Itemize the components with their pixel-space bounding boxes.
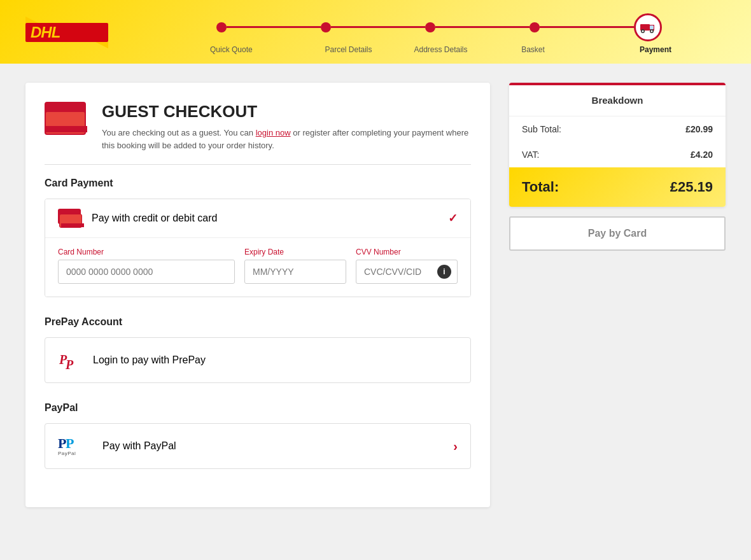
guest-title-area: GUEST CHECKOUT You are checking out as a…	[102, 102, 471, 151]
left-panel: GUEST CHECKOUT You are checking out as a…	[25, 83, 490, 507]
step-label-parcel-details: Parcel Details	[302, 45, 395, 54]
svg-text:P: P	[66, 435, 74, 451]
guest-checkout-header: GUEST CHECKOUT You are checking out as a…	[45, 102, 471, 151]
page-content: GUEST CHECKOUT You are checking out as a…	[0, 64, 751, 526]
card-number-label: Card Number	[58, 248, 235, 256]
expiry-date-input[interactable]	[244, 260, 346, 284]
sub-total-row: Sub Total: £20.99	[509, 116, 726, 142]
paypal-pay-label: Pay with PayPal	[102, 440, 176, 452]
step-line-1	[227, 26, 321, 28]
card-form-row: Card Number Expiry Date CVV Number i	[58, 248, 458, 284]
guest-checkout-description: You are checking out as a guest. You can…	[102, 127, 471, 151]
sub-total-label: Sub Total:	[522, 124, 561, 134]
guest-checkout-title: GUEST CHECKOUT	[102, 102, 471, 122]
divider-1	[45, 164, 471, 165]
expiry-date-group: Expiry Date	[244, 248, 346, 284]
vat-value: £4.20	[691, 150, 713, 160]
cvv-group: CVV Number i	[356, 248, 458, 284]
svg-point-8	[642, 30, 644, 32]
card-number-input[interactable]	[58, 260, 235, 284]
header: DHL	[0, 0, 751, 64]
paypal-svg: P P PayPal	[57, 434, 95, 458]
step-dot-address-details	[425, 22, 435, 32]
prepay-logo-icon: P P	[58, 347, 83, 373]
paypal-left: P P PayPal Pay with PayPal	[58, 433, 176, 459]
steps-labels: Quick Quote Parcel Details Address Detai…	[216, 45, 662, 54]
svg-text:P: P	[65, 358, 74, 372]
step-dot-parcel-details	[321, 22, 331, 32]
dhl-logo: DHL	[25, 17, 108, 48]
vat-label: VAT:	[522, 150, 540, 160]
step-line-3	[435, 26, 530, 28]
total-row: Total: £25.19	[509, 167, 726, 207]
chevron-right-icon: ›	[453, 439, 458, 454]
cvv-wrapper: i	[356, 260, 458, 284]
chevron-down-icon[interactable]: ✓	[448, 211, 458, 225]
pay-with-card-label: Pay with credit or debit card	[92, 213, 217, 224]
breakdown-title: Breakdown	[592, 95, 643, 106]
wallet-front	[45, 111, 86, 135]
prepay-box[interactable]: P P Login to pay with PrePay	[45, 337, 471, 383]
vat-row: VAT: £4.20	[509, 142, 726, 167]
step-label-basket: Basket	[487, 45, 579, 54]
breakdown-box: Breakdown Sub Total: £20.99 VAT: £4.20 T…	[509, 83, 726, 207]
svg-rect-6	[650, 25, 654, 29]
card-number-group: Card Number	[58, 248, 235, 284]
svg-rect-4	[640, 24, 650, 31]
paypal-title: PayPal	[45, 402, 471, 414]
wallet-icon	[45, 102, 89, 137]
paypal-box[interactable]: P P PayPal Pay with PayPal ›	[45, 423, 471, 469]
prepay-title: PrePay Account	[45, 316, 471, 328]
card-payment-row-left: Pay with credit or debit card	[58, 209, 217, 228]
step-label-quick-quote: Quick Quote	[210, 45, 302, 54]
prepay-logo: P P	[58, 347, 83, 373]
pay-by-card-button[interactable]: Pay by Card	[509, 216, 726, 251]
step-dot-basket	[530, 22, 540, 32]
cvv-label: CVV Number	[356, 248, 458, 256]
svg-marker-2	[25, 17, 38, 23]
step-label-address-details: Address Details	[395, 45, 487, 54]
expiry-date-label: Expiry Date	[244, 248, 346, 256]
progress-bar: Quick Quote Parcel Details Address Detai…	[153, 13, 726, 54]
steps-track	[216, 13, 662, 41]
right-panel: Breakdown Sub Total: £20.99 VAT: £4.20 T…	[509, 83, 726, 507]
breakdown-header: Breakdown	[509, 83, 726, 116]
paypal-logo-icon: P P PayPal	[58, 433, 93, 459]
prepay-login-label: Login to pay with PrePay	[93, 354, 206, 366]
card-payment-box: Pay with credit or debit card ✓ Card Num…	[45, 199, 471, 297]
card-form-area: Card Number Expiry Date CVV Number i	[45, 237, 470, 297]
login-now-link[interactable]: login now	[256, 128, 291, 137]
card-payment-title: Card Payment	[45, 178, 471, 189]
total-value: £25.19	[670, 179, 713, 195]
svg-point-10	[651, 30, 653, 32]
logo-area: DHL	[25, 17, 153, 51]
step-dot-quick-quote	[216, 22, 227, 32]
step-line-2	[331, 26, 425, 28]
step-dot-payment	[634, 13, 662, 41]
svg-text:DHL: DHL	[31, 24, 60, 41]
card-small-icon	[58, 209, 82, 228]
svg-marker-3	[95, 42, 108, 48]
truck-icon	[640, 22, 656, 33]
desc-before-link: You are checking out as a guest. You can	[102, 128, 256, 137]
svg-text:PayPal: PayPal	[58, 451, 76, 456]
step-line-4	[540, 26, 634, 28]
step-label-payment: Payment	[579, 45, 671, 54]
cvv-info-icon[interactable]: i	[437, 265, 451, 279]
wallet-stripe	[46, 126, 87, 132]
total-label: Total:	[522, 179, 559, 195]
card-payment-row[interactable]: Pay with credit or debit card ✓	[45, 199, 470, 237]
sub-total-value: £20.99	[685, 124, 713, 134]
